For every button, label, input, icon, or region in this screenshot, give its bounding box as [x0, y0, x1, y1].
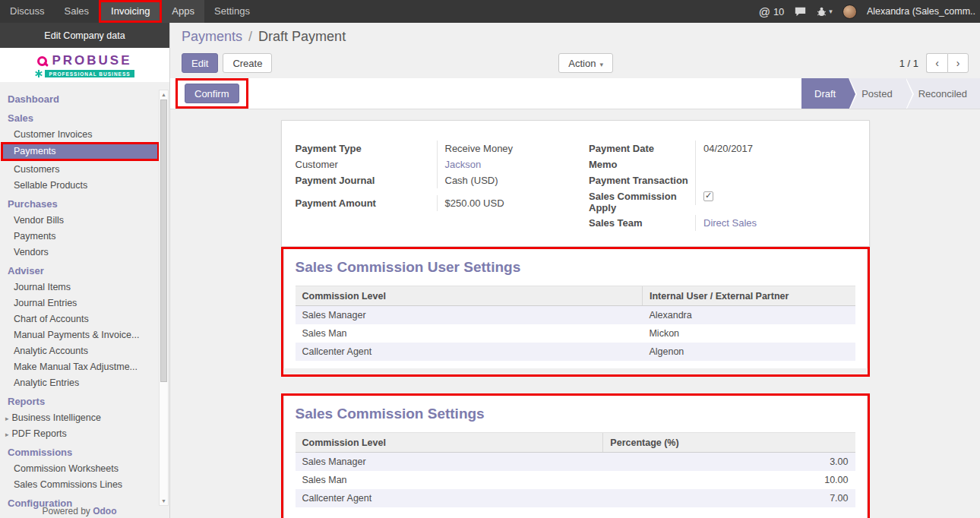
messages-button[interactable]: [794, 6, 807, 17]
sidebar-item-pdf-reports[interactable]: ▸PDF Reports: [0, 425, 169, 441]
main-panel: Payments / Draft Payment Edit Create Act…: [170, 23, 980, 518]
action-dropdown-button[interactable]: Action▾: [558, 53, 613, 73]
customer-link[interactable]: Jackson: [437, 156, 576, 172]
annotation-box-confirm: Confirm: [175, 78, 248, 109]
odoo-brand-link[interactable]: Odoo: [93, 506, 116, 516]
control-panel-buttons-row: Edit Create Action▾ 1 / 1 ‹ ›: [182, 53, 969, 73]
section-gap: [283, 368, 868, 374]
sidebar-section-purchases[interactable]: Purchases: [0, 196, 169, 212]
field-label-customer: Customer: [296, 156, 437, 172]
edit-company-button[interactable]: Edit Company data: [0, 23, 169, 48]
sidebar-item-dashboard[interactable]: Dashboard: [0, 91, 169, 107]
sidebar-item-customer-invoices[interactable]: Customer Invoices: [0, 126, 169, 142]
table-row[interactable]: Sales Manager 3.00: [296, 453, 855, 472]
field-value-sales-commission-apply: [695, 188, 855, 205]
table-row[interactable]: Callcenter Agent Algenon: [296, 343, 855, 361]
sidebar-section-reports[interactable]: Reports: [0, 393, 169, 409]
field-payment-type: Payment Type Receive Money: [296, 141, 576, 156]
field-label-payment-transaction: Payment Transaction: [589, 172, 695, 188]
sidebar-item-journal-entries[interactable]: Journal Entries: [0, 295, 169, 311]
center-button-group: Action▾: [272, 53, 899, 73]
logo-subtitle: PROFESSIONAL BUSINESS: [45, 70, 134, 77]
cell-percentage: 3.00: [603, 453, 855, 472]
sales-team-link[interactable]: Direct Sales: [695, 215, 855, 231]
form-right-column: Payment Date 04/20/2017 Memo Payment Tra…: [575, 141, 855, 231]
cell-commission-level: Sales Manager: [296, 453, 603, 472]
sidebar-section-sales[interactable]: Sales: [0, 110, 169, 126]
state-label: Posted: [861, 88, 892, 99]
column-commission-level[interactable]: Commission Level: [296, 286, 643, 306]
sidebar-item-vendors[interactable]: Vendors: [0, 244, 169, 260]
create-button[interactable]: Create: [223, 53, 272, 73]
sidebar-item-payments[interactable]: Payments: [3, 144, 157, 159]
menu-discuss[interactable]: Discuss: [0, 0, 55, 23]
sidebar-item-analytic-accounts[interactable]: Analytic Accounts: [0, 343, 169, 358]
scroll-up-icon[interactable]: ▲: [160, 90, 168, 99]
sidebar-item-sales-commissions-lines[interactable]: Sales Commissions Lines: [0, 476, 169, 492]
sidebar-item-business-intelligence[interactable]: ▸Business Intelligence: [0, 409, 169, 425]
expand-arrow-icon: ▸: [5, 431, 9, 438]
menu-invoicing[interactable]: Invoicing: [101, 2, 160, 21]
cell-user: Mickon: [642, 324, 855, 343]
sidebar-item-customers[interactable]: Customers: [0, 161, 169, 177]
chevron-down-icon: ▾: [599, 61, 603, 68]
edit-button[interactable]: Edit: [182, 53, 218, 73]
menu-sales[interactable]: Sales: [55, 0, 100, 23]
pager-previous-button[interactable]: ‹: [926, 53, 947, 73]
sidebar-scrollbar[interactable]: ▲ ▼: [159, 90, 169, 506]
state-reconciled[interactable]: Reconciled: [906, 78, 980, 109]
breadcrumb-current: Draft Payment: [258, 29, 346, 44]
pager-next-button[interactable]: ›: [947, 53, 969, 73]
scroll-down-icon[interactable]: ▼: [160, 497, 168, 505]
table-row[interactable]: Sales Manager Alexandra: [296, 306, 855, 325]
field-customer: Customer Jackson: [296, 156, 576, 172]
sidebar-item-commission-worksheets[interactable]: Commission Worksheets: [0, 460, 169, 476]
sidebar-item-chart-of-accounts[interactable]: Chart of Accounts: [0, 311, 169, 327]
sidebar-item-journal-items[interactable]: Journal Items: [0, 279, 169, 295]
annotation-box-payments: Payments: [1, 142, 160, 161]
chevron-down-icon: ▾: [829, 8, 833, 15]
sidebar-item-manual-payments[interactable]: Manual Payments & Invoice...: [0, 327, 169, 343]
expand-arrow-icon: ▸: [5, 415, 9, 422]
mention-counter[interactable]: @ 10: [759, 5, 785, 18]
sidebar-section-commissions[interactable]: Commissions: [0, 444, 169, 460]
field-label-sales-team: Sales Team: [589, 215, 695, 230]
user-menu[interactable]: Alexandra (Sales_comm..: [867, 6, 975, 17]
field-label-payment-amount: Payment Amount: [296, 195, 437, 210]
top-navbar: Discuss Sales Invoicing Apps Settings @ …: [0, 0, 980, 23]
column-commission-level[interactable]: Commission Level: [296, 433, 603, 453]
control-panel: Payments / Draft Payment Edit Create Act…: [170, 23, 980, 78]
logo-title: PROBUSE: [52, 53, 131, 68]
mention-count: 10: [773, 6, 784, 17]
annotation-box-commission-settings: Sales Commission Settings Commission Lev…: [281, 393, 870, 518]
state-posted[interactable]: Posted: [849, 78, 905, 109]
sales-commission-apply-checkbox[interactable]: [703, 191, 713, 201]
confirm-button[interactable]: Confirm: [185, 84, 239, 103]
column-internal-user-external-partner[interactable]: Internal User / External Partner: [642, 286, 855, 306]
field-label-sales-commission-apply: Sales Commission Apply: [589, 188, 695, 215]
avatar[interactable]: [842, 5, 857, 19]
scrollbar-thumb[interactable]: [160, 99, 167, 382]
sidebar-item-manual-tax-adjustments[interactable]: Make Manual Tax Adjustme...: [0, 358, 169, 374]
sidebar-item-sellable-products[interactable]: Sellable Products: [0, 177, 169, 193]
debug-menu-button[interactable]: ▾: [817, 7, 833, 17]
cell-percentage: 7.00: [603, 489, 855, 507]
menu-settings[interactable]: Settings: [204, 0, 260, 23]
sidebar-item-vendor-bills[interactable]: Vendor Bills: [0, 212, 169, 228]
menu-apps[interactable]: Apps: [162, 0, 204, 23]
breadcrumb: Payments / Draft Payment: [182, 27, 969, 46]
field-value-payment-date: 04/20/2017: [695, 141, 855, 156]
table-row[interactable]: Sales Man 10.00: [296, 471, 855, 489]
sidebar-item-analytic-entries[interactable]: Analytic Entries: [0, 374, 169, 390]
table-row[interactable]: Callcenter Agent 7.00: [296, 489, 855, 507]
annotation-box-invoicing: Invoicing: [99, 0, 162, 23]
column-percentage[interactable]: Percentage (%): [603, 433, 855, 453]
table-row[interactable]: Sales Man Mickon: [296, 324, 855, 343]
field-label-memo: Memo: [589, 156, 695, 172]
sidebar-item-payments-purchases[interactable]: Payments: [0, 228, 169, 244]
breadcrumb-payments-link[interactable]: Payments: [182, 29, 242, 44]
magnifier-icon: [37, 56, 47, 66]
state-draft[interactable]: Draft: [801, 78, 849, 109]
table-header-row: Commission Level Internal User / Externa…: [296, 286, 855, 306]
sidebar-section-adviser[interactable]: Adviser: [0, 263, 169, 279]
